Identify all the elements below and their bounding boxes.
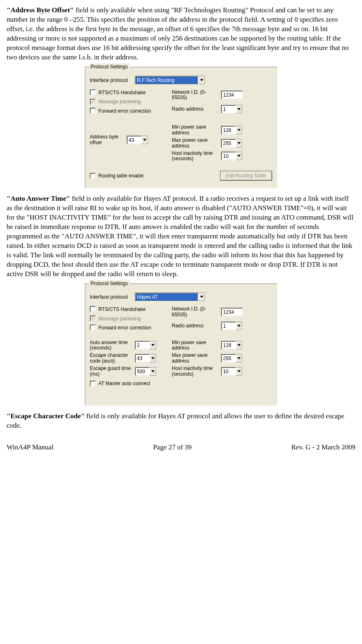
host-inactivity-label: Host inactivity time (seconds) — [172, 151, 221, 162]
radio-address-label: Radio address — [172, 107, 221, 112]
min-power-dropdown[interactable]: 128 — [221, 126, 243, 135]
auto-answer-dropdown[interactable]: 2 — [135, 341, 157, 350]
interface-protocol-label: Interface protocol — [90, 294, 135, 300]
chevron-down-icon[interactable] — [235, 322, 242, 330]
max-power-dropdown[interactable]: 255 — [221, 139, 243, 148]
network-id-input[interactable]: 1234 — [221, 308, 243, 317]
host-inactivity-value: 10 — [221, 367, 235, 376]
message-packeting-label: Message packeting — [98, 315, 141, 322]
radio-address-value: 1 — [221, 322, 235, 330]
host-inactivity-dropdown[interactable]: 10 — [221, 367, 243, 376]
host-inactivity-label: Host inactivity time (seconds) — [172, 366, 221, 377]
at-master-auto-connect-label: AT Master auto connect — [98, 380, 150, 387]
interface-protocol-value: Hayes AT — [135, 293, 198, 301]
at-master-auto-connect-checkbox[interactable]: AT Master auto connect — [90, 380, 150, 387]
min-power-dropdown[interactable]: 128 — [221, 341, 243, 350]
escape-guard-dropdown[interactable]: 500 — [135, 367, 157, 376]
chevron-down-icon[interactable] — [149, 367, 156, 376]
groupbox-legend: Protocol Settings — [89, 280, 130, 287]
escape-char-dropdown[interactable]: 43 — [135, 354, 157, 363]
chevron-down-icon[interactable] — [198, 293, 205, 301]
chevron-down-icon[interactable] — [149, 354, 156, 363]
page-footer: WinA4P Manual Page 27 of 39 Rev. G - 2 M… — [7, 443, 355, 452]
panel-protocol-settings-1: Protocol Settings Interface protocol R.F… — [84, 66, 278, 189]
heading-addr-byte-offset: "Address Byte Offset" — [7, 6, 74, 14]
address-byte-offset-dropdown[interactable]: 43 — [127, 136, 148, 145]
host-inactivity-dropdown[interactable]: 10 — [221, 152, 243, 161]
groupbox-legend: Protocol Settings — [89, 63, 130, 70]
escape-char-value: 43 — [135, 354, 149, 363]
chevron-down-icon[interactable] — [235, 152, 242, 160]
interface-protocol-dropdown[interactable]: R.F.Tech Routing — [135, 76, 205, 85]
chevron-down-icon[interactable] — [149, 341, 156, 349]
radio-address-label: Radio address — [172, 323, 221, 329]
min-power-label: Min power save address — [172, 125, 221, 136]
interface-protocol-dropdown[interactable]: Hayes AT — [135, 293, 205, 302]
rts-cts-checkbox[interactable]: RTS/CTS Handshake — [90, 306, 146, 313]
min-power-label: Min power save address — [172, 340, 221, 351]
radio-address-dropdown[interactable]: 1 — [221, 322, 243, 331]
fec-checkbox[interactable]: Forward error correction — [90, 324, 151, 331]
chevron-down-icon[interactable] — [235, 105, 242, 113]
chevron-down-icon[interactable] — [235, 341, 242, 349]
para-addr-byte-offset: "Address Byte Offset" field is only avai… — [7, 6, 355, 62]
auto-answer-value: 2 — [135, 341, 149, 349]
min-power-value: 128 — [221, 341, 235, 349]
host-inactivity-value: 10 — [221, 152, 235, 160]
footer-right: Rev. G - 2 March 2009 — [291, 443, 355, 452]
interface-protocol-value: R.F.Tech Routing — [135, 76, 198, 84]
chevron-down-icon[interactable] — [141, 136, 148, 144]
fec-checkbox[interactable]: Forward error correction — [90, 108, 151, 114]
network-id-input[interactable]: 1234 — [221, 91, 243, 100]
heading-auto-answer-time: "Auto Answer Time" — [7, 195, 70, 202]
routing-table-enable-label: Routing table enable — [98, 172, 143, 179]
chevron-down-icon[interactable] — [235, 367, 242, 376]
interface-protocol-label: Interface protocol — [90, 77, 135, 84]
edit-routing-table-button: Edit Routing Table — [220, 171, 272, 181]
text-addr-byte-offset: field is only available when using "RF T… — [7, 6, 349, 61]
fec-label: Forward error correction — [98, 108, 151, 114]
auto-answer-label: Auto answer time (seconds) — [90, 340, 135, 351]
max-power-value: 255 — [221, 354, 235, 363]
footer-center: Page 27 of 39 — [153, 443, 191, 452]
max-power-label: Max power save address — [172, 353, 221, 364]
fec-label: Forward error correction — [98, 324, 151, 331]
para-escape-char-code: "Escape Character Code" field is only av… — [7, 412, 355, 431]
escape-char-label: Escape character code (ascii) — [90, 353, 135, 364]
chevron-down-icon[interactable] — [198, 76, 205, 84]
chevron-down-icon[interactable] — [235, 139, 242, 147]
max-power-dropdown[interactable]: 255 — [221, 354, 243, 363]
rts-cts-label: RTS/CTS Handshake — [98, 306, 146, 313]
address-byte-offset-value: 43 — [127, 136, 141, 144]
heading-escape-char-code: "Escape Character Code" — [7, 412, 84, 420]
panel-protocol-settings-2: Protocol Settings Interface protocol Hay… — [84, 283, 278, 406]
chevron-down-icon[interactable] — [235, 126, 242, 134]
network-id-label: Network I.D. (0-65535) — [172, 90, 221, 101]
address-byte-offset-label: Address byte offset — [90, 134, 127, 146]
chevron-down-icon[interactable] — [235, 354, 242, 363]
escape-guard-value: 500 — [135, 367, 149, 376]
footer-left: WinA4P Manual — [7, 443, 53, 452]
message-packeting-checkbox: ✓Message packeting — [90, 98, 141, 105]
radio-address-dropdown[interactable]: 1 — [221, 105, 243, 114]
escape-guard-label: Escape guard time (ms) — [90, 366, 135, 377]
check-icon: ✓ — [90, 99, 96, 105]
network-id-label: Network I.D. (0-65535) — [172, 306, 221, 318]
rts-cts-label: RTS/CTS Handshake — [98, 89, 146, 96]
text-auto-answer-time: field is only available for Hayes AT pro… — [7, 195, 353, 278]
rts-cts-checkbox[interactable]: RTS/CTS Handshake — [90, 89, 146, 96]
message-packeting-label: Message packeting — [98, 98, 141, 105]
min-power-value: 128 — [221, 126, 235, 134]
max-power-value: 255 — [221, 139, 235, 147]
radio-address-value: 1 — [221, 105, 235, 113]
message-packeting-checkbox: ✓Message packeting — [90, 315, 141, 322]
routing-table-enable-checkbox[interactable]: Routing table enable — [90, 172, 143, 179]
para-auto-answer-time: "Auto Answer Time" field is only availab… — [7, 194, 355, 279]
max-power-label: Max power save address — [172, 138, 221, 149]
check-icon: ✓ — [90, 315, 96, 322]
